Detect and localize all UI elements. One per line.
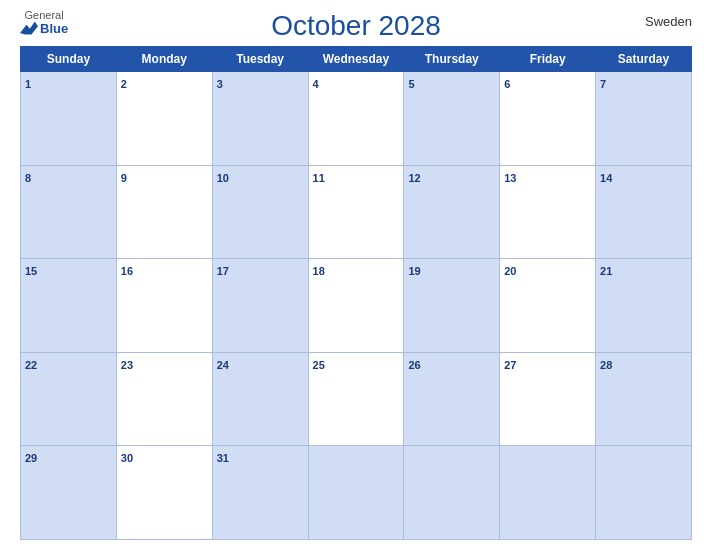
day-number: 29 <box>25 452 37 464</box>
day-number: 22 <box>25 359 37 371</box>
calendar-day-empty <box>596 446 692 540</box>
calendar-day-16: 16 <box>116 259 212 353</box>
day-number: 14 <box>600 172 612 184</box>
calendar-day-21: 21 <box>596 259 692 353</box>
calendar-day-24: 24 <box>212 352 308 446</box>
calendar-day-empty <box>404 446 500 540</box>
day-header-thursday: Thursday <box>404 47 500 72</box>
calendar-day-28: 28 <box>596 352 692 446</box>
calendar-day-22: 22 <box>21 352 117 446</box>
day-header-sunday: Sunday <box>21 47 117 72</box>
day-number: 12 <box>408 172 420 184</box>
day-number: 20 <box>504 265 516 277</box>
calendar-day-4: 4 <box>308 72 404 166</box>
day-header-monday: Monday <box>116 47 212 72</box>
calendar-day-3: 3 <box>212 72 308 166</box>
day-number: 31 <box>217 452 229 464</box>
calendar-day-18: 18 <box>308 259 404 353</box>
calendar-day-13: 13 <box>500 165 596 259</box>
calendar-week-row: 15161718192021 <box>21 259 692 353</box>
calendar-day-6: 6 <box>500 72 596 166</box>
logo-blue-text: Blue <box>40 22 68 35</box>
day-number: 23 <box>121 359 133 371</box>
day-number: 11 <box>313 172 325 184</box>
day-number: 18 <box>313 265 325 277</box>
calendar-header: General Blue October 2028 Sweden <box>20 10 692 42</box>
day-number: 16 <box>121 265 133 277</box>
day-number: 25 <box>313 359 325 371</box>
logo-bird-icon <box>20 21 38 35</box>
calendar-table: SundayMondayTuesdayWednesdayThursdayFrid… <box>20 46 692 540</box>
calendar-day-5: 5 <box>404 72 500 166</box>
month-title: October 2028 <box>271 10 441 42</box>
svg-marker-0 <box>20 21 38 34</box>
calendar-day-1: 1 <box>21 72 117 166</box>
day-number: 5 <box>408 78 414 90</box>
day-number: 4 <box>313 78 319 90</box>
day-number: 2 <box>121 78 127 90</box>
calendar-day-14: 14 <box>596 165 692 259</box>
day-number: 17 <box>217 265 229 277</box>
day-header-friday: Friday <box>500 47 596 72</box>
day-number: 19 <box>408 265 420 277</box>
calendar-day-8: 8 <box>21 165 117 259</box>
day-number: 15 <box>25 265 37 277</box>
calendar-header-row: SundayMondayTuesdayWednesdayThursdayFrid… <box>21 47 692 72</box>
calendar-day-23: 23 <box>116 352 212 446</box>
calendar-day-empty <box>308 446 404 540</box>
day-number: 3 <box>217 78 223 90</box>
calendar-day-25: 25 <box>308 352 404 446</box>
calendar-day-10: 10 <box>212 165 308 259</box>
calendar-day-15: 15 <box>21 259 117 353</box>
generalblue-logo: General Blue <box>20 10 68 35</box>
day-number: 27 <box>504 359 516 371</box>
calendar-day-20: 20 <box>500 259 596 353</box>
calendar-day-12: 12 <box>404 165 500 259</box>
day-number: 30 <box>121 452 133 464</box>
calendar-day-7: 7 <box>596 72 692 166</box>
calendar-day-empty <box>500 446 596 540</box>
calendar-day-29: 29 <box>21 446 117 540</box>
calendar-day-11: 11 <box>308 165 404 259</box>
day-number: 28 <box>600 359 612 371</box>
day-number: 10 <box>217 172 229 184</box>
day-number: 9 <box>121 172 127 184</box>
day-number: 8 <box>25 172 31 184</box>
calendar-week-row: 1234567 <box>21 72 692 166</box>
day-header-tuesday: Tuesday <box>212 47 308 72</box>
calendar-day-27: 27 <box>500 352 596 446</box>
day-number: 6 <box>504 78 510 90</box>
day-header-wednesday: Wednesday <box>308 47 404 72</box>
day-number: 1 <box>25 78 31 90</box>
calendar-week-row: 22232425262728 <box>21 352 692 446</box>
day-number: 13 <box>504 172 516 184</box>
calendar-day-2: 2 <box>116 72 212 166</box>
calendar-day-17: 17 <box>212 259 308 353</box>
day-number: 26 <box>408 359 420 371</box>
logo-general-text: General <box>25 10 64 21</box>
day-header-saturday: Saturday <box>596 47 692 72</box>
calendar-week-row: 891011121314 <box>21 165 692 259</box>
calendar-day-19: 19 <box>404 259 500 353</box>
calendar-week-row: 293031 <box>21 446 692 540</box>
calendar-day-26: 26 <box>404 352 500 446</box>
day-number: 7 <box>600 78 606 90</box>
calendar-day-9: 9 <box>116 165 212 259</box>
calendar-day-30: 30 <box>116 446 212 540</box>
country-label: Sweden <box>645 14 692 29</box>
calendar-day-31: 31 <box>212 446 308 540</box>
day-number: 24 <box>217 359 229 371</box>
day-number: 21 <box>600 265 612 277</box>
